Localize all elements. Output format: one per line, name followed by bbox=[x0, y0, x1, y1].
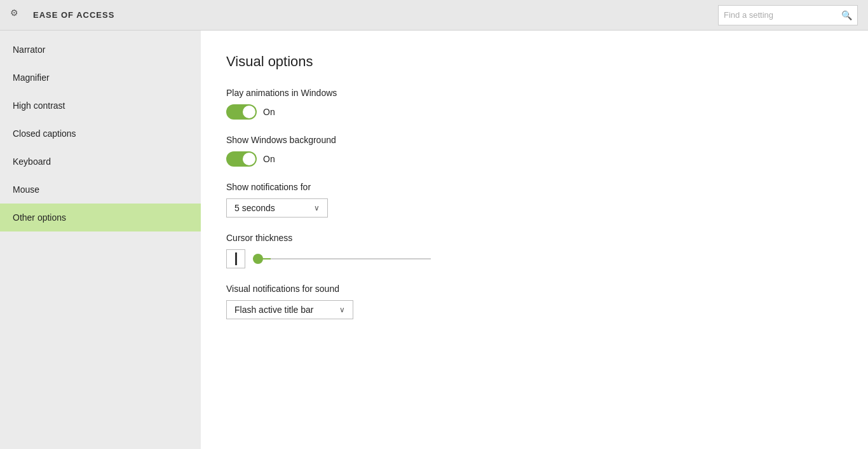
header: ⚙ EASE OF ACCESS 🔍 bbox=[0, 0, 868, 31]
play-animations-toggle[interactable] bbox=[226, 104, 257, 120]
cursor-thickness-section: Cursor thickness bbox=[226, 233, 843, 268]
sidebar-item-closed-captions[interactable]: Closed captions bbox=[0, 120, 201, 148]
show-background-toggle-state: On bbox=[263, 154, 275, 164]
visual-notifications-label: Visual notifications for sound bbox=[226, 284, 843, 294]
app-title: EASE OF ACCESS bbox=[33, 10, 114, 20]
show-background-section: Show Windows background On bbox=[226, 135, 843, 167]
layout: Narrator Magnifier High contrast Closed … bbox=[0, 31, 868, 449]
cursor-preview bbox=[226, 249, 245, 268]
chevron-down-icon: ∨ bbox=[314, 204, 320, 212]
sidebar-item-magnifier[interactable]: Magnifier bbox=[0, 64, 201, 92]
chevron-down-icon-2: ∨ bbox=[339, 305, 345, 314]
cursor-thickness-label: Cursor thickness bbox=[226, 233, 843, 243]
sidebar-item-mouse[interactable]: Mouse bbox=[0, 176, 201, 204]
show-background-label: Show Windows background bbox=[226, 135, 843, 145]
show-notifications-label: Show notifications for bbox=[226, 182, 843, 192]
gear-icon: ⚙ bbox=[10, 8, 25, 23]
sidebar-item-high-contrast[interactable]: High contrast bbox=[0, 92, 201, 120]
visual-notifications-section: Visual notifications for sound Flash act… bbox=[226, 284, 843, 319]
play-animations-label: Play animations in Windows bbox=[226, 88, 843, 98]
search-icon: 🔍 bbox=[841, 10, 852, 20]
sidebar-item-narrator[interactable]: Narrator bbox=[0, 36, 201, 64]
cursor-slider-container bbox=[253, 258, 431, 259]
show-background-toggle-row: On bbox=[226, 151, 843, 167]
show-notifications-section: Show notifications for 5 seconds ∨ bbox=[226, 182, 843, 218]
search-box[interactable]: 🔍 bbox=[718, 5, 858, 25]
cursor-thickness-row bbox=[226, 249, 843, 268]
sidebar-item-keyboard[interactable]: Keyboard bbox=[0, 148, 201, 176]
visual-notifications-dropdown[interactable]: Flash active title bar ∨ bbox=[226, 300, 353, 319]
search-input[interactable] bbox=[724, 10, 838, 20]
page-title: Visual options bbox=[226, 53, 843, 70]
cursor-thickness-slider[interactable] bbox=[253, 258, 431, 259]
show-background-toggle[interactable] bbox=[226, 151, 257, 167]
cursor-bar bbox=[235, 252, 237, 265]
show-notifications-dropdown[interactable]: 5 seconds ∨ bbox=[226, 198, 328, 218]
play-animations-toggle-row: On bbox=[226, 104, 843, 120]
sidebar-item-other-options[interactable]: Other options bbox=[0, 204, 201, 231]
sidebar: Narrator Magnifier High contrast Closed … bbox=[0, 31, 201, 449]
main-content: Visual options Play animations in Window… bbox=[201, 31, 868, 449]
show-notifications-value: 5 seconds bbox=[234, 203, 275, 213]
play-animations-toggle-state: On bbox=[263, 107, 275, 117]
visual-notifications-value: Flash active title bar bbox=[234, 305, 314, 315]
play-animations-section: Play animations in Windows On bbox=[226, 88, 843, 120]
